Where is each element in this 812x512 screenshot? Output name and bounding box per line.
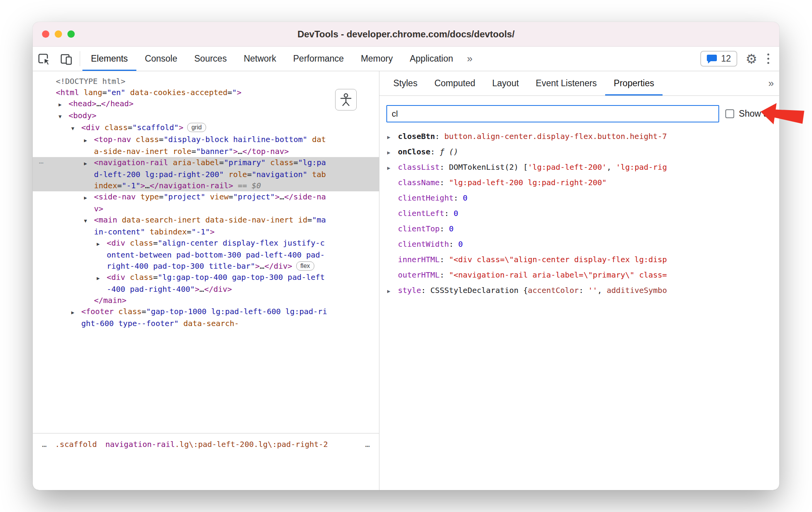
toolbar-divider — [80, 51, 80, 66]
property-row-className[interactable]: className: "lg:pad-left-200 lg:pad-right… — [387, 175, 779, 190]
tab-performance[interactable]: Performance — [285, 47, 352, 71]
crumb-navigation-rail[interactable]: navigation-rail.lg\:pad-left-200.lg\:pad… — [102, 438, 331, 450]
property-row-clientWidth[interactable]: clientWidth: 0 — [387, 236, 779, 252]
code-text: lang — [79, 88, 102, 97]
inspect-element-button[interactable] — [33, 47, 55, 71]
tab-sources[interactable]: Sources — [186, 47, 235, 71]
tab-memory[interactable]: Memory — [352, 47, 401, 71]
property-row-classList[interactable]: ▶classList: DOMTokenList(2) ['lg:pad-lef… — [387, 159, 779, 175]
expand-arrow-icon[interactable]: ▶ — [84, 158, 94, 169]
property-value: 'lg:pad-rig — [616, 162, 667, 172]
expand-arrow-icon[interactable]: ▶ — [71, 307, 81, 318]
badge-grid[interactable]: grid — [187, 123, 206, 132]
sidebar-tab-event-listeners[interactable]: Event Listeners — [527, 71, 606, 95]
tab-elements[interactable]: Elements — [82, 47, 136, 71]
sidebar-more-tabs-button[interactable]: » — [763, 71, 779, 95]
tree-node[interactable]: ▼<main data-search-inert data-side-nav-i… — [33, 214, 379, 238]
sidebar-tab-properties[interactable]: Properties — [605, 71, 663, 95]
property-value: , — [607, 162, 616, 172]
property-row-style[interactable]: ▶style: CSSStyleDeclaration {accentColor… — [387, 283, 779, 298]
tree-node[interactable]: ▶<top-nav class="display-block hairline-… — [33, 134, 379, 157]
tree-node[interactable]: ▶<div class="lg:gap-top-400 gap-top-300 … — [33, 272, 379, 295]
expand-arrow-icon[interactable]: ▶ — [84, 135, 94, 146]
minimize-button[interactable] — [55, 30, 62, 38]
code-text: "banner" — [196, 147, 233, 156]
close-button[interactable] — [42, 30, 49, 38]
kebab-dots-icon — [767, 54, 769, 55]
tree-node-selected[interactable]: …▶<navigation-rail aria-label="primary" … — [33, 157, 379, 191]
expand-arrow-icon[interactable]: ▶ — [387, 160, 398, 175]
expand-arrow-icon[interactable]: ▶ — [84, 192, 94, 203]
code-text: role — [168, 147, 191, 156]
tab-console[interactable]: Console — [136, 47, 186, 71]
badge-flex[interactable]: flex — [296, 261, 314, 271]
tree-node[interactable]: ▶<side-nav type="project" view="project"… — [33, 191, 379, 214]
code-text: "scaffold" — [132, 123, 178, 132]
property-row-closeBtn[interactable]: ▶closeBtn: button.align-center.display-f… — [387, 129, 779, 144]
sidebar-tab-layout[interactable]: Layout — [484, 71, 527, 95]
crumb-scaffold[interactable]: .scaffold — [52, 438, 100, 450]
sidebar-tab-styles[interactable]: Styles — [385, 71, 426, 95]
tree-node[interactable]: ▼<body> — [33, 110, 379, 122]
tree-node[interactable]: <!DOCTYPE html> — [33, 76, 379, 87]
node-menu-dots[interactable]: … — [39, 156, 44, 167]
code-text: data-side-nav-inert — [201, 215, 294, 224]
property-separator: : — [435, 132, 444, 141]
main-menu-button[interactable] — [766, 52, 771, 65]
expand-arrow-icon[interactable]: ▶ — [97, 238, 107, 249]
tree-node[interactable]: </main> — [33, 295, 379, 306]
tree-node[interactable]: ▶<head>…</head> — [33, 98, 379, 110]
expand-arrow-icon[interactable]: ▼ — [71, 123, 81, 134]
code-text: "en" — [107, 88, 125, 97]
tree-node[interactable]: <html lang="en" data-cookies-accepted="> — [33, 87, 379, 98]
show-all-checkbox[interactable] — [725, 109, 734, 118]
expand-arrow-icon[interactable]: ▶ — [387, 283, 398, 298]
properties-filter-input[interactable] — [386, 105, 719, 122]
crumb-ellipsis[interactable]: … — [39, 438, 50, 450]
expand-arrow-icon[interactable]: ▶ — [59, 99, 69, 110]
tab-application[interactable]: Application — [401, 47, 462, 71]
property-row-clientTop[interactable]: clientTop: 0 — [387, 221, 779, 236]
more-tabs-button[interactable]: » — [461, 47, 478, 71]
property-row-innerHTML[interactable]: innerHTML: "<div class=\"align-center di… — [387, 252, 779, 267]
property-name: closeBtn — [398, 132, 435, 141]
code-text: type — [136, 192, 159, 201]
code-text: = — [128, 123, 132, 132]
expand-arrow-icon[interactable]: ▶ — [387, 145, 398, 159]
tree-node[interactable]: ▼<div class="scaffold">grid — [33, 122, 379, 134]
expand-arrow-icon[interactable]: ▶ — [387, 129, 398, 144]
code-text: class — [100, 123, 128, 132]
window-title: DevTools - developer.chrome.com/docs/dev… — [297, 29, 515, 40]
property-row-clientLeft[interactable]: clientLeft: 0 — [387, 206, 779, 221]
accessibility-tree-button[interactable] — [335, 89, 357, 110]
crumb-overflow[interactable]: … — [362, 438, 373, 450]
breadcrumb: ….scaffoldnavigation-rail.lg\:pad-left-2… — [33, 433, 379, 455]
property-name: classList — [398, 162, 440, 172]
tab-network[interactable]: Network — [235, 47, 285, 71]
property-value: accentColor — [528, 286, 579, 295]
code-text: "-1" — [191, 227, 210, 236]
devtools-content: <!DOCTYPE html><html lang="en" data-cook… — [33, 71, 779, 490]
expand-arrow-icon[interactable]: ▼ — [84, 215, 94, 226]
expand-arrow-icon[interactable]: ▶ — [97, 273, 107, 284]
code-text: > — [275, 192, 280, 201]
property-row-clientHeight[interactable]: clientHeight: 0 — [387, 190, 779, 206]
sidebar-tab-computed[interactable]: Computed — [426, 71, 484, 95]
code-text: > — [195, 284, 200, 294]
code-text: aria-label — [168, 158, 219, 167]
code-text: <side-nav — [94, 192, 136, 201]
device-toolbar-button[interactable] — [55, 47, 77, 71]
zoom-button[interactable] — [67, 30, 75, 38]
code-text: = — [307, 215, 312, 224]
issues-counter-button[interactable]: 12 — [700, 51, 737, 67]
expand-arrow-icon[interactable]: ▼ — [59, 111, 69, 122]
property-row-outerHTML[interactable]: outerHTML: "<navigation-rail aria-label=… — [387, 267, 779, 283]
code-text: = — [228, 88, 232, 97]
tree-node[interactable]: ▶<div class="align-center display-flex j… — [33, 238, 379, 272]
property-row-onClose[interactable]: ▶onClose: ƒ () — [387, 144, 779, 159]
tree-node[interactable]: ▶<footer class="gap-top-1000 lg:pad-left… — [33, 306, 379, 329]
code-text: class — [131, 135, 159, 144]
settings-button[interactable]: ⚙ — [746, 52, 757, 65]
elements-panel: <!DOCTYPE html><html lang="en" data-cook… — [33, 71, 379, 490]
code-text: <div — [81, 123, 100, 132]
